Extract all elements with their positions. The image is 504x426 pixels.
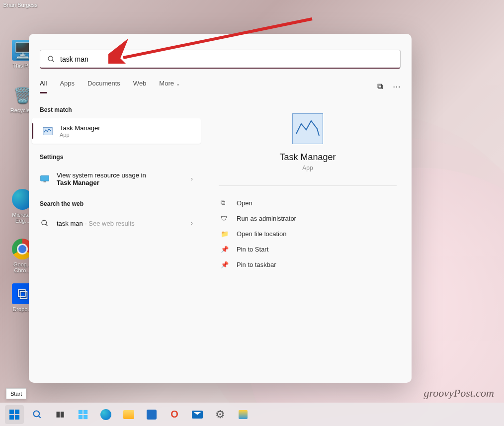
svg-point-12 (34, 411, 40, 417)
svg-rect-3 (41, 175, 49, 181)
section-settings: Settings (29, 151, 204, 166)
tab-web[interactable]: Web (133, 80, 147, 93)
tab-documents[interactable]: Documents (87, 80, 120, 93)
search-box[interactable] (40, 50, 401, 69)
taskbar-search[interactable] (28, 405, 47, 424)
svg-rect-11 (15, 415, 19, 419)
tab-more[interactable]: More ⌄ (159, 80, 179, 93)
start-button[interactable] (5, 405, 24, 424)
action-open[interactable]: ⧉Open (219, 195, 397, 211)
task-manager-icon (292, 113, 323, 144)
svg-rect-8 (9, 409, 14, 414)
taskbar-widgets[interactable] (74, 405, 92, 424)
result-subtitle: App (60, 132, 100, 138)
result-web-search[interactable]: task man - See web results › (29, 212, 204, 234)
svg-point-0 (48, 56, 53, 61)
svg-line-1 (52, 60, 54, 62)
taskbar-mail[interactable] (188, 405, 207, 424)
detail-title: Task Manager (219, 152, 397, 163)
svg-rect-15 (61, 412, 64, 418)
section-search-web: Search the web (29, 197, 204, 212)
pin-icon: 📌 (221, 261, 230, 268)
taskbar-explorer[interactable] (119, 405, 138, 424)
shield-icon: 🛡 (221, 215, 230, 222)
chevron-down-icon: ⌄ (176, 81, 180, 86)
search-tabs-row: All Apps Documents Web More ⌄ ⧉ ⋯ (29, 69, 412, 93)
svg-rect-16 (79, 410, 83, 414)
pin-icon: 📌 (221, 246, 230, 253)
detail-subtitle: App (219, 165, 397, 171)
start-tooltip: Start (6, 388, 26, 399)
action-pin-taskbar[interactable]: 📌Pin to taskbar (219, 257, 397, 272)
svg-rect-17 (84, 410, 87, 414)
svg-rect-14 (57, 412, 60, 418)
svg-rect-4 (44, 181, 46, 182)
svg-rect-19 (84, 415, 87, 419)
search-input[interactable] (60, 55, 393, 63)
task-manager-icon (43, 126, 53, 136)
window-snap-icon[interactable]: ⧉ (377, 82, 383, 91)
chevron-right-icon: › (191, 175, 193, 182)
search-icon (40, 218, 50, 228)
svg-rect-9 (15, 409, 19, 414)
more-options-icon[interactable]: ⋯ (393, 82, 401, 91)
result-system-resource[interactable]: View system resource usage inTask Manage… (29, 166, 204, 192)
search-icon (47, 55, 55, 63)
folder-icon: 📁 (221, 230, 230, 238)
action-run-admin[interactable]: 🛡Run as administrator (219, 211, 397, 226)
tab-all[interactable]: All (40, 80, 47, 93)
taskbar-app[interactable] (234, 405, 252, 424)
web-result-text: task man - See web results (57, 220, 135, 227)
taskbar-edge[interactable] (96, 405, 115, 424)
svg-rect-10 (9, 415, 14, 419)
detail-pane: Task Manager App ⧉Open 🛡Run as administr… (204, 93, 412, 383)
action-pin-start[interactable]: 📌Pin to Start (219, 242, 397, 257)
tab-apps[interactable]: Apps (60, 80, 75, 93)
result-title: Task Manager (60, 124, 100, 132)
taskbar-task-view[interactable] (51, 405, 70, 424)
taskbar-settings[interactable]: ⚙ (211, 405, 230, 424)
taskbar-office[interactable]: O (165, 405, 184, 424)
desktop-user-label: Brian Burgess (3, 2, 38, 8)
svg-point-5 (42, 220, 46, 225)
search-results-column: Best match Task Manager App Settings Vie… (29, 93, 204, 383)
watermark: groovyPost.com (423, 387, 494, 400)
taskbar: O ⚙ (0, 403, 504, 426)
svg-line-6 (46, 224, 47, 226)
result-task-manager[interactable]: Task Manager App (32, 118, 201, 144)
start-search-panel: All Apps Documents Web More ⌄ ⧉ ⋯ Best m… (29, 34, 412, 383)
result-settings-line1: View system resource usage inTask Manage… (57, 171, 146, 186)
open-icon: ⧉ (221, 199, 230, 207)
action-open-location[interactable]: 📁Open file location (219, 226, 397, 242)
chevron-right-icon: › (191, 220, 193, 227)
section-best-match: Best match (29, 103, 204, 118)
svg-rect-18 (79, 415, 83, 419)
monitor-icon (40, 174, 50, 184)
svg-line-13 (39, 416, 41, 418)
taskbar-store[interactable] (142, 405, 161, 424)
